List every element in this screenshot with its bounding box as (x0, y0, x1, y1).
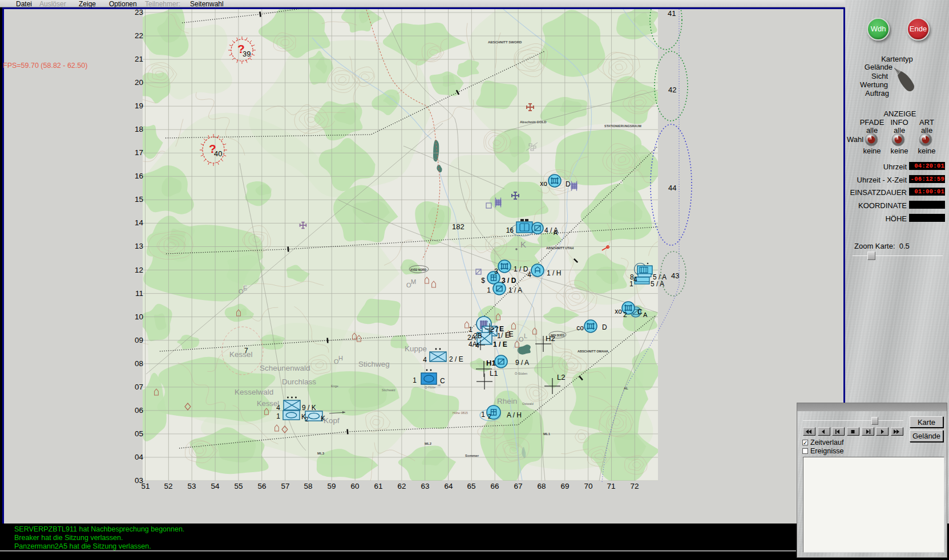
svg-text:1: 1 (629, 280, 633, 288)
svg-text:65: 65 (467, 482, 475, 490)
svg-text:1 / D: 1 / D (514, 265, 528, 273)
svg-text:40: 40 (214, 149, 222, 158)
svg-text:STATIONIERUNGSRAUM: STATIONIERUNGSRAUM (604, 124, 641, 128)
svg-text:2 / E: 2 / E (449, 355, 463, 363)
svg-text:64: 64 (444, 482, 453, 490)
svg-text:21: 21 (135, 55, 143, 63)
svg-text:WDI SUED: WDI SUED (551, 334, 565, 337)
svg-text:58: 58 (304, 482, 312, 490)
svg-text:14: 14 (135, 218, 144, 227)
svg-text:E: E (508, 330, 514, 338)
svg-text:9 / K: 9 / K (302, 404, 316, 412)
svg-text:Q-Hütte: Q-Hütte (425, 385, 435, 389)
svg-text:1: 1 (487, 286, 491, 294)
svg-text:67: 67 (514, 482, 522, 490)
svg-text:O: O (519, 336, 524, 343)
svg-text:L: L (524, 332, 527, 339)
svg-text:ABSCHNITT UTAH: ABSCHNITT UTAH (546, 246, 574, 250)
svg-text:3 / D: 3 / D (502, 277, 516, 285)
svg-text:03: 03 (135, 476, 143, 485)
svg-text:Rhein: Rhein (497, 397, 517, 405)
svg-text:C: C (440, 377, 445, 385)
svg-text:182: 182 (452, 222, 465, 231)
svg-text:D: D (566, 180, 571, 188)
svg-text:15: 15 (135, 195, 143, 204)
svg-text:11: 11 (135, 289, 143, 298)
svg-text:xo: xo (540, 180, 547, 188)
svg-text:XVD2 NORD: XVD2 NORD (410, 269, 427, 271)
svg-text:53: 53 (187, 482, 196, 490)
svg-text:E: E (243, 285, 247, 291)
svg-text:Scheunenwald: Scheunenwald (260, 364, 310, 372)
svg-text:ABSCHNITT SWORD: ABSCHNITT SWORD (488, 40, 522, 44)
svg-text:09: 09 (135, 336, 143, 344)
svg-text:2: 2 (623, 311, 627, 319)
svg-text:66: 66 (490, 482, 499, 490)
svg-text:L1: L1 (490, 369, 498, 378)
svg-text:co: co (576, 324, 584, 332)
svg-text:41: 41 (668, 9, 676, 18)
svg-text:04: 04 (135, 453, 144, 461)
svg-text:Höhe 0815: Höhe 0815 (453, 411, 468, 415)
svg-text:06: 06 (135, 406, 143, 415)
svg-text:18: 18 (135, 125, 143, 133)
svg-text:22: 22 (135, 31, 143, 40)
svg-text:2: 2 (488, 413, 491, 420)
svg-text:05: 05 (135, 429, 143, 438)
svg-text:1: 1 (481, 411, 485, 419)
svg-text:Ostwald: Ostwald (522, 402, 534, 405)
svg-text:ML3: ML3 (317, 452, 325, 455)
svg-text:Stichweg: Stichweg (358, 360, 390, 368)
svg-text:19: 19 (135, 102, 143, 110)
svg-text:Sommer: Sommer (465, 454, 479, 457)
svg-text:54: 54 (211, 482, 220, 490)
svg-text:A: A (643, 311, 648, 318)
svg-text:ML1: ML1 (543, 432, 551, 436)
svg-text:20: 20 (135, 78, 143, 87)
svg-text:59: 59 (327, 482, 336, 490)
svg-text:ABSCHNITT OMAHA: ABSCHNITT OMAHA (578, 350, 608, 353)
svg-text:$: $ (481, 277, 485, 285)
svg-text:72: 72 (630, 482, 639, 490)
svg-text:uc: uc (438, 383, 441, 387)
svg-text:16: 16 (135, 172, 143, 180)
svg-text:42: 42 (668, 86, 676, 94)
svg-text:3: 3 (494, 267, 498, 275)
svg-text:2: 2 (305, 416, 309, 423)
svg-text:12: 12 (135, 266, 143, 274)
svg-text:08: 08 (135, 359, 143, 368)
svg-text:4: 4 (475, 342, 479, 350)
svg-text:H: H (338, 355, 343, 362)
svg-text:62: 62 (397, 482, 406, 490)
svg-text:07: 07 (135, 383, 143, 391)
svg-text:A: A (554, 229, 558, 236)
svg-text:1 / H: 1 / H (547, 269, 561, 277)
svg-text:43: 43 (671, 271, 679, 280)
svg-text:13: 13 (135, 242, 143, 250)
svg-text:68: 68 (537, 482, 546, 490)
svg-text:39: 39 (243, 50, 251, 58)
svg-text:9 / A: 9 / A (515, 359, 529, 367)
svg-text:L2: L2 (557, 373, 565, 382)
svg-text:17: 17 (135, 148, 143, 157)
svg-text:Enge: Enge (331, 384, 338, 388)
svg-text:55: 55 (234, 482, 243, 490)
svg-text:1 / A: 1 / A (508, 286, 522, 294)
svg-text:70: 70 (584, 482, 592, 490)
svg-text:63: 63 (421, 482, 429, 490)
svg-text:Kuppe: Kuppe (405, 344, 427, 353)
svg-text:56: 56 (257, 482, 266, 490)
svg-text:5 / A: 5 / A (651, 280, 664, 288)
svg-text:Kessel: Kessel (229, 350, 253, 359)
svg-text:xo: xo (615, 307, 622, 315)
svg-text:1: 1 (469, 326, 473, 334)
svg-text:4: 4 (527, 271, 531, 279)
svg-text:1: 1 (276, 412, 280, 420)
svg-text:M: M (411, 278, 416, 285)
svg-text:2: 2 (490, 326, 494, 334)
svg-text:Kopf: Kopf (324, 416, 340, 425)
svg-text:Abschnitt GOLD: Abschnitt GOLD (520, 120, 547, 124)
svg-text:H1: H1 (486, 359, 496, 367)
svg-text:4: 4 (423, 356, 427, 364)
svg-text:69: 69 (560, 482, 569, 490)
